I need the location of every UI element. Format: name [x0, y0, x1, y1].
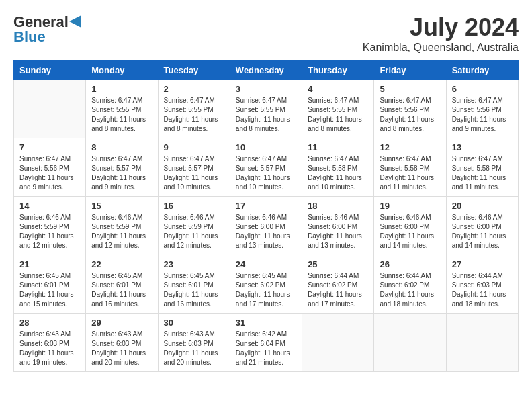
sunrise-text: Sunrise: 6:46 AM [236, 213, 296, 222]
daylight-text: Daylight: 11 hours and 8 minutes. [236, 115, 296, 134]
day-info: Sunrise: 6:47 AM Sunset: 5:56 PM Dayligh… [452, 96, 513, 134]
day-number: 20 [452, 201, 513, 211]
day-number: 17 [236, 201, 296, 211]
daylight-text: Daylight: 11 hours and 11 minutes. [452, 173, 513, 192]
calendar-cell: 1 Sunrise: 6:47 AM Sunset: 5:55 PM Dayli… [86, 80, 158, 138]
calendar-cell: 7 Sunrise: 6:47 AM Sunset: 5:56 PM Dayli… [14, 138, 86, 197]
calendar-cell: 16 Sunrise: 6:46 AM Sunset: 5:59 PM Dayl… [158, 197, 230, 255]
sunrise-text: Sunrise: 6:45 AM [236, 271, 296, 281]
calendar-cell: 30 Sunrise: 6:43 AM Sunset: 6:03 PM Dayl… [158, 314, 230, 372]
day-info: Sunrise: 6:47 AM Sunset: 5:56 PM Dayligh… [380, 96, 440, 134]
sunset-text: Sunset: 5:58 PM [380, 164, 440, 173]
sunset-text: Sunset: 5:56 PM [19, 164, 80, 173]
calendar-cell: 22 Sunrise: 6:45 AM Sunset: 6:01 PM Dayl… [86, 255, 158, 314]
calendar-header-saturday: Saturday [446, 61, 518, 80]
calendar-cell: 4 Sunrise: 6:47 AM Sunset: 5:55 PM Dayli… [302, 80, 374, 138]
day-info: Sunrise: 6:46 AM Sunset: 6:00 PM Dayligh… [380, 213, 440, 250]
day-info: Sunrise: 6:44 AM Sunset: 6:03 PM Dayligh… [452, 271, 513, 309]
calendar-cell: 2 Sunrise: 6:47 AM Sunset: 5:55 PM Dayli… [158, 80, 230, 138]
calendar-cell: 6 Sunrise: 6:47 AM Sunset: 5:56 PM Dayli… [446, 80, 518, 138]
logo-blue-text: Blue [13, 28, 46, 46]
calendar-cell: 29 Sunrise: 6:43 AM Sunset: 6:03 PM Dayl… [86, 314, 158, 372]
daylight-text: Daylight: 11 hours and 14 minutes. [452, 232, 513, 250]
day-info: Sunrise: 6:45 AM Sunset: 6:01 PM Dayligh… [19, 271, 80, 309]
calendar-week-row-2: 7 Sunrise: 6:47 AM Sunset: 5:56 PM Dayli… [14, 138, 519, 197]
sunset-text: Sunset: 6:01 PM [91, 281, 152, 290]
daylight-text: Daylight: 11 hours and 21 minutes. [236, 349, 296, 367]
daylight-text: Daylight: 11 hours and 10 minutes. [308, 173, 368, 192]
sunrise-text: Sunrise: 6:46 AM [91, 213, 152, 222]
sunrise-text: Sunrise: 6:43 AM [19, 330, 80, 339]
calendar-cell: 27 Sunrise: 6:44 AM Sunset: 6:03 PM Dayl… [446, 255, 518, 314]
calendar-cell: 3 Sunrise: 6:47 AM Sunset: 5:55 PM Dayli… [230, 80, 302, 138]
day-info: Sunrise: 6:47 AM Sunset: 5:58 PM Dayligh… [452, 154, 513, 192]
sunset-text: Sunset: 6:02 PM [308, 281, 368, 290]
daylight-text: Daylight: 11 hours and 16 minutes. [91, 290, 152, 309]
calendar-cell: 19 Sunrise: 6:46 AM Sunset: 6:00 PM Dayl… [374, 197, 446, 255]
sunset-text: Sunset: 6:03 PM [452, 281, 513, 290]
sunrise-text: Sunrise: 6:47 AM [452, 154, 513, 164]
sunrise-text: Sunrise: 6:47 AM [308, 154, 368, 164]
sunrise-text: Sunrise: 6:47 AM [91, 154, 152, 164]
sunset-text: Sunset: 6:01 PM [19, 281, 80, 290]
sunset-text: Sunset: 6:01 PM [164, 281, 224, 290]
sunrise-text: Sunrise: 6:42 AM [236, 330, 296, 339]
calendar-week-row-3: 14 Sunrise: 6:46 AM Sunset: 5:59 PM Dayl… [14, 197, 519, 255]
day-number: 28 [19, 318, 80, 328]
sunset-text: Sunset: 5:57 PM [164, 164, 224, 173]
day-info: Sunrise: 6:43 AM Sunset: 6:03 PM Dayligh… [19, 330, 80, 367]
calendar-header-monday: Monday [86, 61, 158, 80]
day-info: Sunrise: 6:46 AM Sunset: 5:59 PM Dayligh… [91, 213, 152, 250]
day-number: 9 [164, 142, 224, 152]
sunset-text: Sunset: 5:58 PM [452, 164, 513, 173]
day-info: Sunrise: 6:43 AM Sunset: 6:03 PM Dayligh… [91, 330, 152, 367]
day-number: 4 [308, 84, 368, 94]
sunset-text: Sunset: 5:59 PM [19, 222, 80, 232]
sunset-text: Sunset: 5:56 PM [380, 105, 440, 115]
calendar-cell: 24 Sunrise: 6:45 AM Sunset: 6:02 PM Dayl… [230, 255, 302, 314]
sunset-text: Sunset: 5:55 PM [308, 105, 368, 115]
day-number: 10 [236, 142, 296, 152]
calendar-header-row: SundayMondayTuesdayWednesdayThursdayFrid… [14, 61, 519, 80]
daylight-text: Daylight: 11 hours and 10 minutes. [236, 173, 296, 192]
sunrise-text: Sunrise: 6:45 AM [91, 271, 152, 281]
sunrise-text: Sunrise: 6:47 AM [452, 96, 513, 105]
day-info: Sunrise: 6:47 AM Sunset: 5:57 PM Dayligh… [164, 154, 224, 192]
day-info: Sunrise: 6:46 AM Sunset: 6:00 PM Dayligh… [452, 213, 513, 250]
daylight-text: Daylight: 11 hours and 16 minutes. [164, 290, 224, 309]
calendar-cell: 18 Sunrise: 6:46 AM Sunset: 6:00 PM Dayl… [302, 197, 374, 255]
day-number: 26 [380, 259, 440, 269]
sunrise-text: Sunrise: 6:45 AM [19, 271, 80, 281]
day-info: Sunrise: 6:44 AM Sunset: 6:02 PM Dayligh… [308, 271, 368, 309]
sunrise-text: Sunrise: 6:46 AM [19, 213, 80, 222]
day-info: Sunrise: 6:46 AM Sunset: 5:59 PM Dayligh… [19, 213, 80, 250]
sunset-text: Sunset: 6:03 PM [164, 339, 224, 349]
daylight-text: Daylight: 11 hours and 20 minutes. [91, 349, 152, 367]
sunset-text: Sunset: 5:57 PM [91, 164, 152, 173]
calendar-week-row-5: 28 Sunrise: 6:43 AM Sunset: 6:03 PM Dayl… [14, 314, 519, 372]
calendar-cell [14, 80, 86, 138]
sunrise-text: Sunrise: 6:44 AM [452, 271, 513, 281]
sunset-text: Sunset: 5:58 PM [308, 164, 368, 173]
sunset-text: Sunset: 5:55 PM [236, 105, 296, 115]
sunrise-text: Sunrise: 6:47 AM [236, 96, 296, 105]
calendar-header-wednesday: Wednesday [230, 61, 302, 80]
sunrise-text: Sunrise: 6:47 AM [308, 96, 368, 105]
daylight-text: Daylight: 11 hours and 11 minutes. [380, 173, 440, 192]
calendar-cell [446, 314, 518, 372]
day-number: 24 [236, 259, 296, 269]
sunset-text: Sunset: 6:04 PM [236, 339, 296, 349]
day-number: 7 [19, 142, 80, 152]
sunrise-text: Sunrise: 6:46 AM [452, 213, 513, 222]
sunrise-text: Sunrise: 6:47 AM [164, 96, 224, 105]
day-info: Sunrise: 6:44 AM Sunset: 6:02 PM Dayligh… [380, 271, 440, 309]
day-number: 1 [91, 84, 152, 94]
sunrise-text: Sunrise: 6:46 AM [308, 213, 368, 222]
sunset-text: Sunset: 5:55 PM [164, 105, 224, 115]
day-number: 12 [380, 142, 440, 152]
day-info: Sunrise: 6:47 AM Sunset: 5:56 PM Dayligh… [19, 154, 80, 192]
day-info: Sunrise: 6:47 AM Sunset: 5:57 PM Dayligh… [236, 154, 296, 192]
day-number: 25 [308, 259, 368, 269]
day-number: 2 [164, 84, 224, 94]
day-number: 13 [452, 142, 513, 152]
